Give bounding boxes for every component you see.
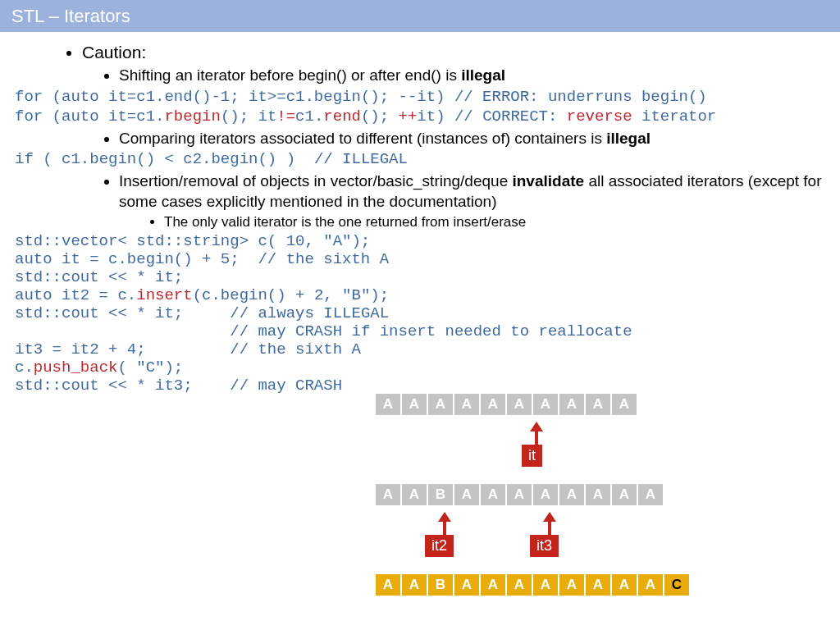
vector-cell: A (481, 574, 505, 596)
vector-cell: A (454, 394, 479, 415)
vector-cell: B (428, 484, 453, 505)
label-it2: it2 (425, 535, 454, 557)
slide-title: STL – Iterators (0, 0, 840, 32)
vector-cell: A (638, 574, 663, 596)
vector-cell: A (454, 574, 479, 596)
vector-cell: A (402, 574, 427, 596)
label-it: it (522, 445, 542, 467)
vector-cell: A (481, 394, 505, 415)
code-example-1: for (auto it=c1.end()-1; it>=c1.begin();… (15, 88, 840, 106)
bullet-caution: Caution: (82, 43, 840, 62)
vector-cell: A (376, 394, 400, 415)
vector-cell: A (612, 484, 637, 505)
vector-cell: A (454, 484, 479, 505)
code-example-4: std::vector< std::string> c( 10, "A"); a… (15, 232, 840, 395)
vector-cell: A (402, 484, 427, 505)
vector-cell: A (638, 484, 663, 505)
vector-cell: A (507, 484, 532, 505)
arrow-it3 (541, 512, 558, 536)
iterator-diagram: AAAAAAAAAA it AABAAAAAAAA it2 it3 AABAAA… (376, 394, 835, 623)
bullet-comparing: Comparing iterators associated to differ… (119, 129, 840, 149)
arrow-it (528, 422, 545, 446)
vector-cell: A (428, 394, 453, 415)
vector-cell: C (664, 574, 689, 596)
vector-cell: A (533, 574, 558, 596)
vector-cell: A (376, 574, 400, 596)
vector-cell: A (376, 484, 400, 505)
vector-cell: A (612, 394, 637, 415)
vector-cell: A (586, 394, 610, 415)
code-example-3: if ( c1.begin() < c2.begin() ) // ILLEGA… (15, 150, 840, 168)
vector-cell: A (507, 574, 532, 596)
label-it3: it3 (530, 535, 559, 557)
vector-cell: A (559, 394, 584, 415)
vector-cell: A (612, 574, 637, 596)
vector-cell: A (586, 484, 610, 505)
bullet-valid-iterator: The only valid iterator is the one retur… (164, 214, 840, 231)
vector-cell: A (586, 574, 610, 596)
code-example-2: for (auto it=c1.rbegin(); it!=c1.rend();… (15, 107, 840, 126)
bullet-shifting: Shifting an iterator before begin() or a… (119, 66, 840, 86)
vector-cell: A (402, 394, 427, 415)
vector-cell: A (559, 574, 584, 596)
arrow-it2 (436, 512, 453, 536)
vector-cell: A (507, 394, 532, 415)
vector-cell: A (559, 484, 584, 505)
vector-cell: A (481, 484, 505, 505)
vector-cell: A (533, 394, 558, 415)
slide-body: Caution: Shifting an iterator before beg… (0, 33, 840, 630)
vector-cell: A (533, 484, 558, 505)
vector-cell: B (428, 574, 453, 596)
bullet-invalidate: Insertion/removal of objects in vector/b… (119, 171, 840, 212)
